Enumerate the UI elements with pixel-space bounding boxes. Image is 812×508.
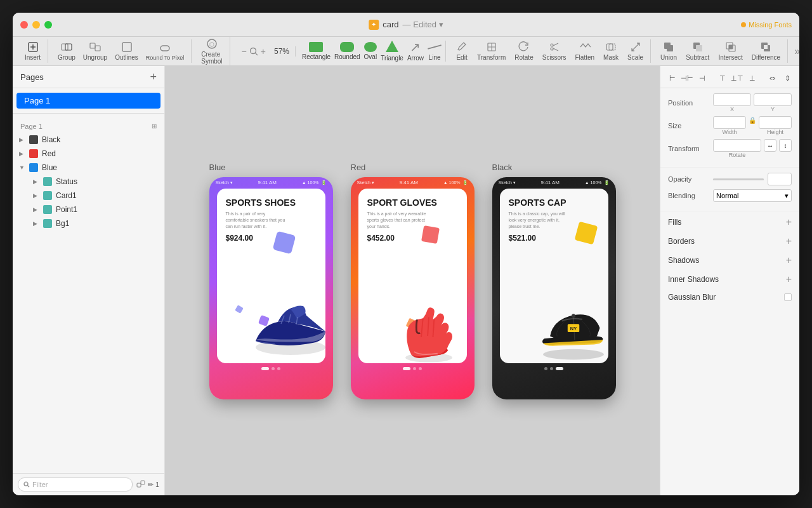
group-button[interactable]: Group [55,39,79,63]
distribute-v-button[interactable]: ⇕ [780,71,794,85]
layer-blue[interactable]: ▼ Blue [13,161,164,175]
scissors-button[interactable]: Scissors [539,39,570,63]
transform-inputs: Rotate ↔ ↕ [713,139,792,158]
align-middle-v-button[interactable]: ⊥⊤ [731,71,745,85]
scale-button[interactable]: Scale [624,39,646,63]
align-center-h-button[interactable]: ⊣⊢ [681,71,695,85]
layer-card1[interactable]: ▶ Card1 [30,189,164,203]
chevron-down-icon: ▾ [785,192,789,200]
add-shadow-button[interactable]: + [786,255,792,266]
flip-h-button[interactable]: ↔ [764,139,776,152]
add-fill-button[interactable]: + [786,217,792,228]
opacity-value[interactable] [768,173,792,185]
card-red: SPORT GLOVES This is a pair of very wear… [358,189,467,363]
difference-button[interactable]: Difference [749,39,783,63]
svg-point-17 [551,48,553,50]
height-input[interactable] [759,116,792,129]
app-icon: ✦ [369,20,379,30]
subtract-button[interactable]: Subtract [683,39,712,63]
traffic-lights [20,21,52,29]
phone-label-blue: Blue [209,163,226,172]
missing-fonts-indicator[interactable]: Missing Fonts [741,21,792,29]
y-input[interactable] [754,93,792,106]
insert-button[interactable]: Insert [22,39,44,63]
line-tool[interactable]: Line [428,41,442,61]
more-tools-button[interactable]: » [790,46,799,57]
dot [413,367,416,370]
layer-status[interactable]: ▶ Status [30,175,164,189]
folder-icon [43,191,52,200]
width-input[interactable] [713,116,746,129]
arrange-icon[interactable]: ⊞ [152,123,157,130]
opacity-fill [713,178,764,180]
x-input[interactable] [713,93,751,106]
card-blue: SPORTS SHOES This is a pair of very comf… [217,189,325,363]
mask-button[interactable]: Mask [600,39,622,63]
align-top-button[interactable]: ⊤ [716,71,730,85]
layer-point1[interactable]: ▶ Point1 [30,203,164,217]
layer-red[interactable]: ▶ Red [13,147,164,161]
phone-label-red: Red [351,163,366,172]
rectangle-tool[interactable]: Rectangle [302,42,331,60]
chevron-right-icon: ▶ [19,150,25,157]
zoom-level: 57% [272,47,291,56]
page-item-1[interactable]: Page 1 [16,93,160,109]
edit-button[interactable]: Edit [452,39,471,63]
layer-black[interactable]: ▶ Black [13,133,164,147]
rotate-label: Rotate [713,152,761,158]
union-button[interactable]: Union [657,39,680,63]
oval-tool[interactable]: Oval [364,42,377,60]
add-page-button[interactable]: + [150,71,157,83]
lock-icon[interactable]: 🔒 [749,116,756,124]
transform-button[interactable]: Transform [474,39,509,63]
phone-black[interactable]: Sketch ▾ 9:41 AM ▲ 100% 🔋 SPORTS CAP Thi… [492,177,616,399]
maximize-button[interactable] [44,21,52,29]
outlines-button[interactable]: Outlines [112,39,141,63]
flatten-button[interactable]: Flatten [572,39,598,63]
filter-input[interactable]: Filter [18,478,133,491]
dot-active [556,367,563,370]
align-left-button[interactable]: ⊢ [665,71,679,85]
rounded-tool[interactable]: Rounded [334,42,360,60]
gaussian-blur-checkbox[interactable] [784,293,792,301]
blending-label: Blending [668,192,709,199]
intersect-button[interactable]: Intersect [715,39,745,63]
flip-v-button[interactable]: ↕ [779,139,792,152]
ungroup-button[interactable]: Ungroup [80,39,110,63]
rotate-button[interactable]: Rotate [511,39,536,63]
width-label: Width [713,129,746,135]
shoe-image [249,287,325,363]
layer-bg1[interactable]: ▶ Bg1 [30,217,164,231]
round-to-pixel-button[interactable]: Round To Pixel [143,40,187,63]
folder-icon [43,177,52,186]
fills-label: Fills [668,218,681,227]
footer-count[interactable]: ✏ 1 [148,481,159,489]
align-right-button[interactable]: ⊣ [695,71,709,85]
blending-select[interactable]: Normal ▾ [713,189,792,202]
opacity-slider[interactable] [713,178,764,180]
triangle-tool[interactable]: Triangle [381,41,403,62]
phone-red[interactable]: Sketch ▾ 9:41 AM ▲ 100% 🔋 SPORT GLOVES T… [351,177,475,399]
product-name-black: SPORTS CAP [509,197,599,208]
component-icon[interactable] [136,480,145,489]
distribute-h-button[interactable]: ⇔ [766,71,780,85]
add-border-button[interactable]: + [786,236,792,247]
phone-dots-blue [209,363,333,374]
phone-blue[interactable]: Sketch ▾ 9:41 AM ▲ 100% 🔋 SPORTS SHOES T… [209,177,333,399]
dot-active [403,367,410,370]
product-name-blue: SPORTS SHOES [226,197,317,208]
deco-red-1 [421,225,440,244]
zoom-control[interactable]: − + [237,46,271,57]
align-bottom-button[interactable]: ⊥ [745,71,759,85]
minimize-button[interactable] [32,21,40,29]
chevron-right-icon: ▶ [19,137,25,143]
create-symbol-button[interactable]: ⬡ Create Symbol [198,36,225,67]
arrow-tool[interactable]: ↗ Arrow [407,41,424,62]
titlebar-center: ✦ card — Edited ▾ [369,20,443,30]
gaussian-blur-section-header: Gaussian Blur [660,288,799,304]
rotate-input[interactable] [713,139,761,152]
close-button[interactable] [20,21,28,29]
phone-dots-black [492,363,616,374]
canvas[interactable]: Blue Sketch ▾ 9:41 AM ▲ 100% 🔋 SPORTS SH… [165,66,660,495]
add-inner-shadow-button[interactable]: + [786,274,792,285]
